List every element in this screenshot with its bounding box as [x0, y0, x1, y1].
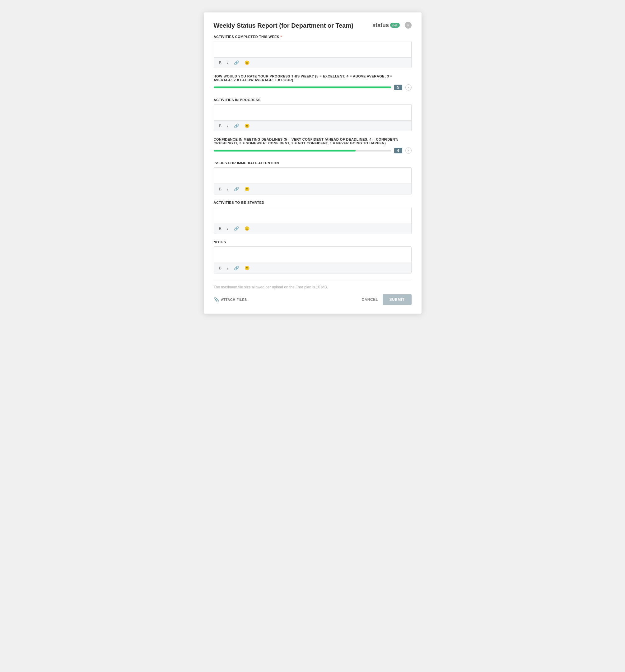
bold-button-5[interactable]: B	[218, 265, 223, 271]
link-icon-2: 🔗	[234, 123, 239, 128]
progress-slider-value: 5	[394, 85, 402, 90]
footer-divider	[214, 280, 412, 280]
notes-toolbar: B I 🔗 🙂	[214, 263, 411, 273]
emoji-icon-3: 🙂	[244, 187, 249, 191]
link-button-3[interactable]: 🔗	[233, 186, 240, 192]
progress-slider-fill	[214, 87, 391, 88]
emoji-icon-5: 🙂	[244, 266, 249, 270]
link-button-5[interactable]: 🔗	[233, 265, 240, 271]
italic-button-4[interactable]: I	[226, 225, 230, 232]
cancel-button[interactable]: CANCEL	[362, 297, 378, 302]
link-icon-4: 🔗	[234, 226, 239, 231]
bold-button-3[interactable]: B	[218, 186, 223, 192]
activities-in-progress-label: ACTIVITIES IN PROGRESS	[214, 98, 412, 102]
activities-completed-toolbar: B I 🔗 🙂	[214, 57, 411, 68]
italic-button-3[interactable]: I	[226, 186, 230, 192]
issues-toolbar: B I 🔗 🙂	[214, 184, 411, 194]
attach-label: ATTACH FILES	[221, 298, 247, 302]
brand-badge: net	[390, 23, 400, 28]
activities-in-progress-editor: B I 🔗 🙂	[214, 104, 412, 131]
submit-button[interactable]: SUBMIT	[383, 294, 412, 305]
footer-actions: 📎 ATTACH FILES CANCEL SUBMIT	[214, 294, 412, 305]
italic-button-2[interactable]: I	[226, 123, 230, 129]
emoji-icon-1: 🙂	[244, 61, 249, 65]
modal-container: Weekly Status Report (for Department or …	[204, 13, 422, 314]
required-star: *	[280, 35, 282, 39]
modal-title: Weekly Status Report (for Department or …	[214, 22, 354, 29]
issues-input[interactable]	[214, 168, 411, 184]
progress-rating-section: HOW WOULD YOU RATE YOUR PROGRESS THIS WE…	[214, 74, 412, 91]
brand-logo: status net	[372, 22, 400, 29]
notes-label: NOTES	[214, 240, 412, 244]
confidence-slider-clear[interactable]: ×	[405, 147, 412, 154]
link-icon-5: 🔗	[234, 266, 239, 270]
activities-to-start-input[interactable]	[214, 207, 411, 223]
attach-files-button[interactable]: 📎 ATTACH FILES	[214, 297, 247, 302]
emoji-icon-4: 🙂	[244, 226, 249, 231]
emoji-button-5[interactable]: 🙂	[243, 265, 251, 271]
activities-completed-label: ACTIVITIES COMPLETED THIS WEEK*	[214, 35, 412, 39]
italic-button-1[interactable]: I	[226, 60, 230, 66]
emoji-button-2[interactable]: 🙂	[243, 123, 251, 129]
link-icon-3: 🔗	[234, 187, 239, 191]
paperclip-icon: 📎	[214, 297, 219, 302]
activities-completed-section: ACTIVITIES COMPLETED THIS WEEK* B I 🔗 🙂	[214, 35, 412, 68]
modal-overlay: Weekly Status Report (for Department or …	[204, 13, 422, 314]
issues-editor: B I 🔗 🙂	[214, 167, 412, 194]
notes-editor: B I 🔗 🙂	[214, 246, 412, 273]
bold-button-2[interactable]: B	[218, 123, 223, 129]
modal-title-area: Weekly Status Report (for Department or …	[214, 22, 354, 29]
confidence-slider-fill	[214, 150, 356, 151]
link-button-2[interactable]: 🔗	[233, 123, 240, 129]
activities-completed-editor: B I 🔗 🙂	[214, 41, 412, 68]
header-right: status net ×	[372, 22, 412, 29]
italic-button-5[interactable]: I	[226, 265, 230, 271]
issues-label: ISSUES FOR IMMEDIATE ATTENTION	[214, 161, 412, 165]
activities-in-progress-toolbar: B I 🔗 🙂	[214, 121, 411, 131]
activities-to-start-editor: B I 🔗 🙂	[214, 207, 412, 234]
form-action-buttons: CANCEL SUBMIT	[362, 294, 412, 305]
confidence-label: CONFIDENCE IN MEETING DEADLINES (5 = VER…	[214, 138, 412, 145]
confidence-section: CONFIDENCE IN MEETING DEADLINES (5 = VER…	[214, 138, 412, 154]
link-icon-1: 🔗	[234, 61, 239, 65]
bold-button-1[interactable]: B	[218, 60, 223, 66]
file-size-note: The maximum file size allowed per upload…	[214, 285, 412, 289]
emoji-button-3[interactable]: 🙂	[243, 186, 251, 192]
notes-section: NOTES B I 🔗 🙂	[214, 240, 412, 273]
activities-completed-input[interactable]	[214, 41, 411, 57]
bold-button-4[interactable]: B	[218, 225, 223, 232]
emoji-icon-2: 🙂	[244, 123, 249, 128]
activities-in-progress-section: ACTIVITIES IN PROGRESS B I 🔗 🙂	[214, 98, 412, 131]
brand-text: status	[372, 22, 389, 29]
confidence-slider-track	[214, 150, 391, 151]
progress-slider-track	[214, 87, 391, 88]
activities-to-start-label: ACTIVITIES TO BE STARTED	[214, 201, 412, 205]
confidence-slider-value: 4	[394, 148, 402, 153]
confidence-slider-row: 4 ×	[214, 147, 412, 154]
progress-slider-clear[interactable]: ×	[405, 84, 412, 91]
emoji-button-1[interactable]: 🙂	[243, 60, 251, 66]
issues-section: ISSUES FOR IMMEDIATE ATTENTION B I 🔗 🙂	[214, 161, 412, 194]
notes-input[interactable]	[214, 247, 411, 263]
progress-slider-row: 5 ×	[214, 84, 412, 91]
progress-rating-label: HOW WOULD YOU RATE YOUR PROGRESS THIS WE…	[214, 74, 412, 82]
activities-to-start-toolbar: B I 🔗 🙂	[214, 223, 411, 234]
activities-in-progress-input[interactable]	[214, 104, 411, 121]
link-button-1[interactable]: 🔗	[233, 60, 240, 66]
modal-header: Weekly Status Report (for Department or …	[214, 22, 412, 29]
activities-to-start-section: ACTIVITIES TO BE STARTED B I 🔗 🙂	[214, 201, 412, 234]
link-button-4[interactable]: 🔗	[233, 225, 240, 232]
emoji-button-4[interactable]: 🙂	[243, 225, 251, 232]
close-button[interactable]: ×	[405, 22, 412, 29]
